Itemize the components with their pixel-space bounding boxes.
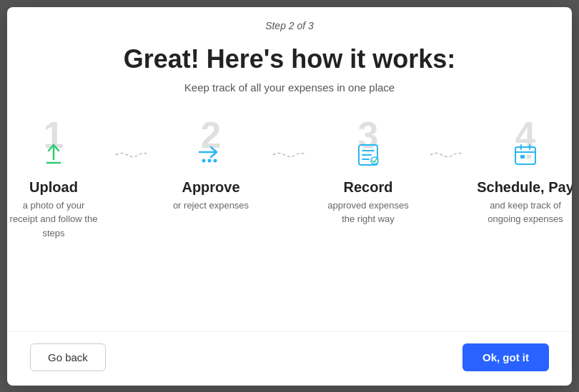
step-3-number-area: 3 [311, 116, 425, 174]
step-item-2: 2 Approve or reject expenses [154, 116, 268, 213]
connector-3-4 [425, 116, 468, 174]
step-2-icon [195, 142, 227, 168]
step-2-number-area: 2 [154, 116, 268, 174]
svg-point-4 [208, 159, 212, 162]
step-4-label: Schedule, Pay [477, 179, 572, 196]
step-2-label: Approve [182, 179, 239, 196]
step-4-number-area: 4 [468, 116, 572, 174]
svg-rect-15 [520, 155, 525, 159]
modal-subtitle: Keep track of all your expenses in one p… [7, 81, 572, 94]
step-1-number-area: 1 [7, 116, 111, 174]
modal-title: Great! Here's how it works: [7, 44, 572, 74]
svg-point-5 [214, 159, 217, 162]
step-item-3: 3 Record approved expensesthe right way [311, 116, 425, 226]
modal-footer: Go back Ok, got it [7, 331, 572, 386]
step-item-1: 1 Upload a photo of yourreceipt and foll… [7, 116, 111, 241]
step-item-4: 4 Schedule, Pay and keep track ofongoing… [468, 116, 572, 226]
go-back-button[interactable]: Go back [30, 343, 106, 371]
step-4-desc: and keep track ofongoing expenses [488, 198, 563, 226]
steps-row: 1 Upload a photo of yourreceipt and foll… [7, 116, 572, 331]
connector-2-3 [268, 116, 311, 174]
step-3-desc: approved expensesthe right way [327, 198, 408, 226]
ok-button[interactable]: Ok, got it [462, 343, 549, 371]
svg-rect-16 [527, 155, 531, 159]
connector-1-2 [111, 116, 154, 174]
step-3-label: Record [344, 179, 393, 196]
svg-point-3 [202, 159, 206, 162]
step-indicator: Step 2 of 3 [7, 7, 572, 31]
step-1-icon [41, 142, 66, 168]
step-2-desc: or reject expenses [173, 198, 249, 213]
step-3-icon [355, 142, 381, 168]
svg-rect-11 [515, 147, 535, 164]
step-1-label: Upload [29, 179, 78, 196]
step-4-icon [513, 142, 538, 168]
step-label-text: Step 2 of 3 [265, 20, 314, 31]
modal: Step 2 of 3 Great! Here's how it works: … [7, 7, 572, 386]
step-1-desc: a photo of yourreceipt and follow theste… [10, 198, 98, 241]
